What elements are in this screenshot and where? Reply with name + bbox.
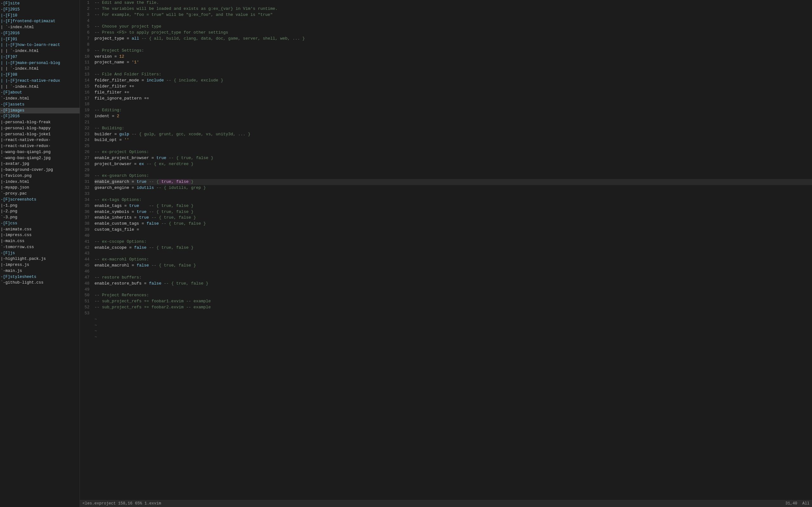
line-num-2: 2 — [80, 6, 90, 12]
tilde-line-1: ~ — [95, 323, 812, 329]
tree-item-39[interactable]: |-impress.css — [0, 232, 80, 238]
tree-item-30[interactable]: |-index.html — [0, 179, 80, 185]
line-num-29: 29 — [80, 167, 90, 173]
tree-item-10[interactable]: | |-[F]make-personal-blog — [0, 60, 80, 66]
tree-item-46[interactable]: -[F]stylesheets — [0, 274, 80, 280]
tree-item-0[interactable]: -[F]site — [0, 1, 80, 7]
tree-item-20[interactable]: |-personal-blog-freak — [0, 119, 80, 125]
code-line-18 — [95, 101, 812, 107]
code-line-14: folder_filter_mode = include -- { includ… — [95, 78, 812, 83]
code-line-38: enable_custom_tags = false -- { true, fa… — [95, 221, 812, 227]
tree-item-7[interactable]: | |-[F]how-to-learn-react — [0, 42, 80, 48]
line-num-6: 6 — [80, 30, 90, 36]
code-line-2: -- The variables will be loaded and exis… — [95, 6, 812, 12]
line-num-26: 26 — [80, 149, 90, 155]
status-right: 31,40 All — [785, 501, 809, 506]
editor-main: 1234567891011121314151617181920212223242… — [80, 0, 812, 507]
tree-item-35[interactable]: |-2.png — [0, 209, 80, 215]
code-line-53 — [95, 311, 812, 317]
code-line-9: -- Project Settings: — [95, 48, 812, 54]
tree-item-43[interactable]: |-highlight.pack.js — [0, 256, 80, 262]
code-line-52: -- sub_project_refs += foobar2.exvim -- … — [95, 304, 812, 311]
code-line-8 — [95, 42, 812, 48]
line-num-35: 35 — [80, 203, 90, 209]
file-tree[interactable]: -[F]site-[F]2015|-[F]10 |-[F]frontend-op… — [0, 0, 80, 507]
tree-item-23[interactable]: |-react-native-redux- — [0, 137, 80, 143]
tree-item-27[interactable]: |-avatar.jpg — [0, 161, 80, 167]
tree-item-38[interactable]: |-animate.css — [0, 227, 80, 233]
tree-item-13[interactable]: | |-[F]react-native-redux — [0, 78, 80, 84]
tree-item-22[interactable]: |-personal-blog-joke1 — [0, 131, 80, 137]
code-line-22: -- Building: — [95, 125, 812, 131]
line-num-34: 34 — [80, 197, 90, 203]
line-numbers: 1234567891011121314151617181920212223242… — [80, 0, 92, 500]
tree-item-25[interactable]: |-wang-bao-qiang1.png — [0, 149, 80, 155]
line-num-15: 15 — [80, 83, 90, 90]
code-line-26: -- ex-project Options: — [95, 149, 812, 155]
line-num-14: 14 — [80, 78, 90, 83]
line-num-1: 1 — [80, 0, 90, 6]
code-line-4 — [95, 18, 812, 24]
line-num-18: 18 — [80, 101, 90, 107]
line-num-19: 19 — [80, 107, 90, 113]
code-line-50: -- Project References: — [95, 292, 812, 298]
tree-item-45[interactable]: `-main.js — [0, 268, 80, 274]
tree-item-15[interactable]: -[F]about — [0, 90, 80, 96]
tree-item-41[interactable]: `-tomorrow.css — [0, 244, 80, 250]
line-num-28: 28 — [80, 161, 90, 167]
tree-item-44[interactable]: |-impress.js — [0, 262, 80, 268]
line-num-38: 38 — [80, 221, 90, 227]
tree-item-3[interactable]: |-[F]frontend-optimazat — [0, 18, 80, 24]
tree-item-32[interactable]: `-proxy.pac — [0, 191, 80, 197]
line-num-10: 10 — [80, 54, 90, 60]
tree-item-28[interactable]: |-background-cover.jpg — [0, 167, 80, 173]
tree-item-14[interactable]: | | `-index.html — [0, 84, 80, 90]
tree-item-2[interactable]: |-[F]10 — [0, 13, 80, 19]
tree-item-40[interactable]: |-main.css — [0, 238, 80, 244]
code-area: 1234567891011121314151617181920212223242… — [80, 0, 812, 500]
code-line-17: file_ignore_pattern += — [95, 96, 812, 102]
tree-item-47[interactable]: `-github-light.css — [0, 280, 80, 286]
code-line-47: -- restore buffers: — [95, 275, 812, 281]
code-line-46 — [95, 269, 812, 275]
tree-item-24[interactable]: |-react-native-redux- — [0, 143, 80, 149]
tree-item-8[interactable]: | | `-index.html — [0, 48, 80, 54]
tree-item-6[interactable]: |-[F]01 — [0, 37, 80, 43]
tree-item-11[interactable]: | | `-index.html — [0, 66, 80, 72]
tree-item-5[interactable]: -[F]2016 — [0, 31, 80, 37]
code-line-23: builder = gulp -- { gulp, grunt, gcc, xc… — [95, 131, 812, 137]
tree-item-17[interactable]: -[F]assets — [0, 102, 80, 108]
editor-container: -[F]site-[F]2015|-[F]10 |-[F]frontend-op… — [0, 0, 812, 507]
status-left: <les.exproject 158,16 65% 1.exvim — [83, 501, 161, 506]
tree-item-1[interactable]: -[F]2015 — [0, 7, 80, 13]
code-line-15: folder_filter += — [95, 83, 812, 90]
tree-item-33[interactable]: -[F]screenshots — [0, 197, 80, 203]
tree-item-16[interactable]: `-index.html — [0, 96, 80, 102]
line-num-31: 31 — [80, 179, 90, 185]
code-line-20: indent = 2 — [95, 113, 812, 119]
tree-item-21[interactable]: |-personal-blog-happy — [0, 125, 80, 131]
tree-item-37[interactable]: -[F]css — [0, 221, 80, 227]
tree-item-42[interactable]: -[F]js — [0, 250, 80, 257]
code-line-40 — [95, 233, 812, 239]
line-num-37: 37 — [80, 215, 90, 221]
code-line-39: custom_tags_file = — [95, 227, 812, 233]
code-line-19: -- Editing: — [95, 107, 812, 113]
tree-item-29[interactable]: |-favicon.png — [0, 173, 80, 179]
tree-item-34[interactable]: |-1.png — [0, 203, 80, 209]
code-line-11: project_name = '1' — [95, 60, 812, 66]
code-line-27: enable_project_browser = true -- { true,… — [95, 155, 812, 161]
tree-item-26[interactable]: `-wang-bao-qiang2.jpg — [0, 155, 80, 161]
tree-item-4[interactable]: | `-index.html — [0, 24, 80, 31]
line-num-40: 40 — [80, 233, 90, 239]
tree-item-31[interactable]: |-myapp.json — [0, 185, 80, 191]
tree-item-36[interactable]: `-3.png — [0, 215, 80, 221]
tree-item-12[interactable]: |-[F]08 — [0, 72, 80, 78]
code-content[interactable]: -- Edit and save the file.-- The variabl… — [92, 0, 812, 500]
tree-item-18[interactable]: -[F]images — [0, 108, 80, 114]
tree-item-19[interactable]: -[F]2016 — [0, 113, 80, 119]
line-num-24: 24 — [80, 137, 90, 143]
code-line-21 — [95, 119, 812, 125]
code-line-30: -- ex-gsearch Options: — [95, 173, 812, 179]
tree-item-9[interactable]: |-[F]07 — [0, 54, 80, 60]
